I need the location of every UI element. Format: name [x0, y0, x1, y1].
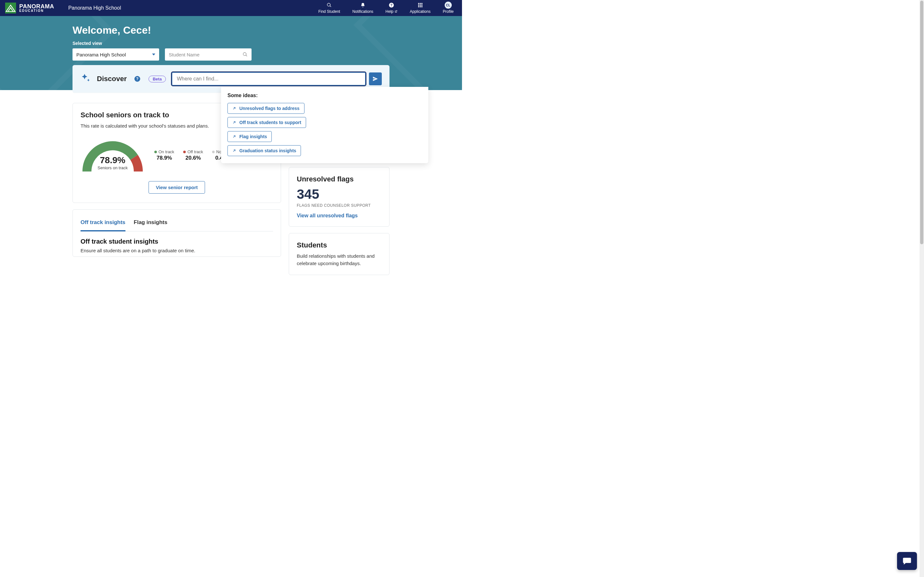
svg-rect-7 [421, 5, 422, 5]
legend-on-track: On track 78.9% [154, 149, 174, 161]
help-icon: ? [389, 2, 394, 8]
external-link-icon [394, 10, 397, 13]
brand-logo[interactable]: PANORAMA EDUCATION [5, 3, 54, 13]
svg-rect-5 [418, 5, 419, 5]
insights-tabs: Off track insights Flag insights [81, 218, 273, 231]
bell-icon [360, 2, 365, 8]
nav-items: Find Student Notifications ? Help Applic… [318, 2, 457, 14]
nav-label: Applications [410, 9, 431, 14]
flags-count: 345 [297, 187, 381, 202]
nav-label: Help [386, 9, 394, 14]
gauge-percent: 78.9% [81, 155, 145, 165]
view-senior-report-button[interactable]: View senior report [149, 181, 205, 193]
discover-suggestions: Some ideas: Unresolved flags to address … [221, 87, 428, 163]
svg-rect-2 [418, 3, 419, 4]
nav-help[interactable]: ? Help [386, 2, 398, 14]
dot-icon [212, 151, 215, 153]
legend-off-track: Off track 20.6% [183, 149, 203, 161]
student-search-input[interactable] [169, 52, 240, 57]
discover-submit[interactable] [369, 73, 382, 85]
svg-rect-4 [421, 3, 422, 4]
send-icon [372, 76, 379, 82]
sparkle-icon [80, 73, 91, 85]
arrow-up-right-icon [232, 149, 236, 153]
nav-notifications[interactable]: Notifications [352, 2, 373, 14]
nav-applications[interactable]: Applications [410, 2, 431, 14]
beta-badge: Beta [149, 76, 166, 82]
gauge-legend: On track 78.9% Off track 20.6% No data 0… [154, 149, 231, 161]
arrow-up-right-icon [232, 121, 236, 124]
brand-name: PANORAMA [19, 3, 54, 9]
students-title: Students [297, 241, 381, 250]
apps-grid-icon [418, 2, 423, 8]
discover-input[interactable] [172, 72, 366, 85]
avatar: CL [445, 2, 452, 9]
discover-panel: Discover ? Beta Some ideas: Unresolved f… [73, 65, 389, 93]
insights-heading: Off track student insights [81, 238, 273, 245]
search-icon [326, 2, 332, 8]
nav-label: Profile [443, 9, 454, 14]
gauge-chart: 78.9% Seniors on track [81, 139, 145, 171]
discover-title: Discover [97, 75, 127, 83]
arrow-up-right-icon [232, 135, 236, 139]
nav-profile[interactable]: CL Profile [443, 2, 454, 14]
suggestion-label: Unresolved flags to address [239, 106, 300, 111]
students-card: Students Build relationships with studen… [289, 233, 389, 275]
dot-icon [183, 151, 186, 153]
nav-label: Find Student [318, 9, 340, 14]
brand-sub: EDUCATION [19, 9, 54, 13]
suggestion-chip[interactable]: Flag insights [228, 131, 272, 142]
svg-rect-9 [420, 6, 421, 7]
arrow-up-right-icon [232, 106, 236, 110]
unresolved-flags-card: Unresolved flags 345 FLAGS NEED COUNSELO… [289, 167, 389, 227]
suggestion-label: Flag insights [239, 134, 267, 139]
students-desc: Build relationships with students and ce… [297, 253, 381, 267]
nav-label: Notifications [352, 9, 373, 14]
tab-off-track[interactable]: Off track insights [81, 218, 126, 231]
tab-flag-insights[interactable]: Flag insights [134, 218, 168, 231]
dot-icon [154, 151, 157, 153]
gauge-sub: Seniors on track [81, 165, 145, 170]
insights-desc: Ensure all students are on a path to gra… [81, 248, 273, 253]
view-all-flags-link[interactable]: View all unresolved flags [297, 213, 358, 219]
suggestion-label: Graduation status insights [239, 148, 296, 153]
svg-rect-6 [420, 5, 421, 5]
suggestion-chip[interactable]: Graduation status insights [228, 145, 301, 156]
chevron-down-icon [152, 53, 155, 55]
school-name: Panorama High School [68, 5, 121, 11]
nav-find-student[interactable]: Find Student [318, 2, 340, 14]
svg-rect-3 [420, 3, 421, 4]
search-icon [242, 52, 248, 57]
insights-card: Off track insights Flag insights Off tra… [73, 210, 281, 257]
flags-caption: FLAGS NEED COUNSELOR SUPPORT [297, 203, 381, 208]
help-icon[interactable]: ? [134, 76, 140, 82]
top-nav: PANORAMA EDUCATION Panorama High School … [0, 0, 462, 16]
svg-rect-10 [421, 6, 422, 7]
suggestion-chip[interactable]: Off track students to support [228, 117, 306, 128]
suggestion-chip[interactable]: Unresolved flags to address [228, 103, 304, 114]
view-select-value: Panorama High School [76, 52, 126, 57]
logo-mark-icon [5, 3, 16, 13]
view-select[interactable]: Panorama High School [73, 48, 159, 61]
logo-text: PANORAMA EDUCATION [19, 3, 54, 13]
suggestion-label: Off track students to support [239, 120, 301, 125]
suggestions-heading: Some ideas: [228, 93, 422, 98]
selected-view-label: Selected view [73, 41, 389, 46]
flags-title: Unresolved flags [297, 175, 381, 183]
welcome-heading: Welcome, Cece! [73, 24, 389, 36]
student-search[interactable] [165, 48, 252, 61]
svg-rect-8 [418, 6, 419, 7]
svg-text:?: ? [391, 3, 393, 7]
